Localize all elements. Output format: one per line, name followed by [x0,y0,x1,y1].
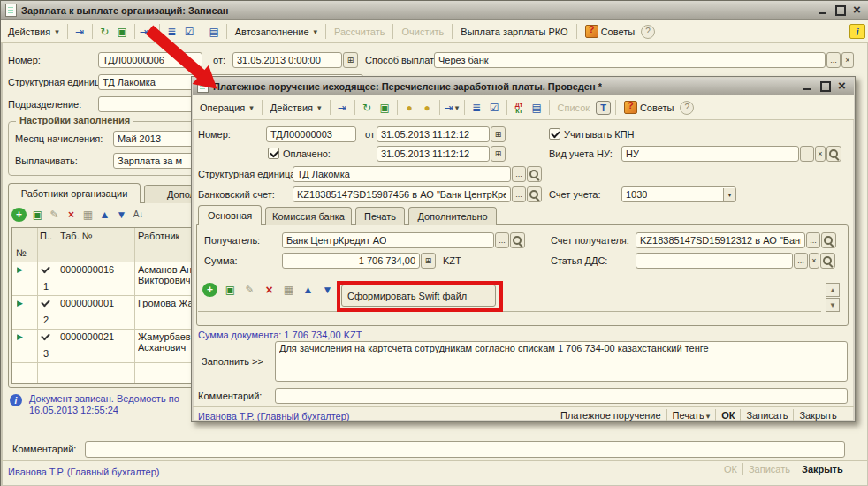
operation-menu-button[interactable]: Операция [196,101,257,115]
recipient-account-search-button[interactable] [821,232,836,248]
paid-date-field[interactable]: 31.05.2013 11:12:12 [377,146,490,162]
account-dropdown-icon[interactable] [723,188,735,201]
row-check-icon[interactable] [42,266,50,273]
close-button[interactable] [851,4,864,16]
cell-worker-1[interactable]: Громова Жа [138,298,194,308]
actions-menu-button[interactable]: Действия [267,101,325,115]
document-list-icon[interactable]: ▤ [529,101,544,115]
paid-calendar-button[interactable]: ⊞ [491,146,506,162]
tab-additional[interactable]: Дополнительно [408,207,497,225]
doc-type-button[interactable]: Платежное поручение [560,410,661,421]
dds-select-button[interactable]: ... [794,253,808,269]
recipient-select-button[interactable]: ... [495,232,509,248]
structure-icon[interactable]: ≣ [469,101,484,115]
list-edit-icon[interactable]: ✎ [242,283,257,297]
row-check-icon[interactable] [42,333,50,340]
post-menu-icon[interactable]: ⇥ [445,101,460,115]
recipient-account-select-button[interactable]: ... [806,232,820,248]
date-field[interactable]: 31.05.2013 11:12:12 [377,126,490,142]
save-payment-icon[interactable]: ● [402,101,417,115]
tab-print[interactable]: Печать [355,207,405,225]
bank-account-field[interactable]: KZ18385147SD15987456 в АО "Банк ЦентрКре [293,186,511,202]
copy-add-icon[interactable]: ▣ [377,101,392,115]
paid-checkbox[interactable] [268,148,279,159]
clear-button[interactable]: Очистить [398,25,447,39]
recipient-account-field[interactable]: KZ18385147SD15912312 в АО "Банк ЦентрКр [636,232,805,248]
document-list-icon[interactable]: ▤ [207,25,222,39]
recipient-search-button[interactable] [510,232,525,248]
minimize-button[interactable] [816,4,829,16]
nu-select-button[interactable]: ... [800,146,814,162]
pay-method-field[interactable]: Через банк [434,52,826,68]
struct-unit-field[interactable]: ТД Лакомка [293,166,511,182]
scroll-down-button[interactable]: ▼ [826,298,840,312]
minimize-button[interactable] [801,80,814,92]
scroll-up-button[interactable]: ▲ [826,283,840,297]
purpose-textarea[interactable]: Для зачисления на картсчета сотрудникам … [275,341,848,382]
calendar-button[interactable]: ⊞ [343,52,358,68]
tab-workers[interactable]: Работники организации [8,183,141,203]
pay-method-select-button[interactable]: ... [826,52,841,68]
cell-tab-no[interactable]: 0000000001 [60,298,114,308]
fg-close-button[interactable]: Закрыть [799,410,836,421]
row-check-icon[interactable] [42,300,50,307]
checklist-icon[interactable]: ☑ [182,25,197,39]
dds-search-button[interactable] [820,253,835,269]
cell-worker-2[interactable]: Асханович [138,342,186,353]
fill-button[interactable]: Заполнить >> [202,356,263,367]
reread-payment-icon[interactable]: ● [420,101,435,115]
fg-comment-field[interactable] [275,388,848,404]
help-icon[interactable]: ? [641,25,655,39]
calendar-button[interactable]: ⊞ [491,126,506,142]
cell-worker-1[interactable]: Асманов Ан [138,264,192,275]
hierarchy-toggle-button[interactable]: Т [596,101,611,115]
nu-search-button[interactable] [826,146,841,162]
row-copy-icon[interactable]: ▣ [30,208,45,222]
bg-ok-button[interactable]: ОК [724,464,737,475]
row-delete-icon[interactable]: × [64,208,79,222]
maximize-button[interactable] [819,80,832,92]
tips-button[interactable]: Советы [582,23,638,40]
nu-clear-button[interactable]: × [815,146,826,162]
list-add-icon[interactable]: + [202,283,217,297]
list-delete-icon[interactable]: × [262,283,277,297]
list-save-icon[interactable]: ▦ [281,283,296,297]
list-button[interactable]: Список [554,101,594,115]
list-move-up-icon[interactable]: ▲ [301,283,316,297]
post-document-icon[interactable]: ⇥ [72,25,88,39]
fg-save-button[interactable]: Записать [746,410,788,421]
close-button[interactable] [836,80,849,92]
row-save-icon[interactable]: ▦ [80,208,95,222]
dds-field[interactable] [636,253,793,269]
struct-unit-select-button[interactable]: ... [512,166,526,182]
pay-method-clear-button[interactable]: × [841,52,854,68]
row-sort-icon[interactable]: А↓ [131,208,146,222]
bg-save-button[interactable]: Записать [749,464,790,475]
date-field[interactable]: 31.05.2013 0:00:00 [232,52,342,68]
dt-kt-icon[interactable]: ДтКт [512,101,527,115]
row-edit-icon[interactable]: ✎ [47,208,62,222]
cell-worker-2[interactable]: Викторович [138,275,190,285]
print-menu-button[interactable]: Печать [673,410,711,421]
actions-menu-button[interactable]: Действия [4,25,63,39]
copy-add-icon[interactable]: ▣ [115,25,130,39]
refresh-icon[interactable]: ↻ [97,25,112,39]
post-document-icon[interactable]: ⇥ [335,101,350,115]
list-copy-icon[interactable]: ▣ [223,283,238,297]
bank-account-select-button[interactable]: ... [512,186,526,202]
info-panel-icon[interactable]: i [849,24,865,39]
help-icon[interactable]: ? [680,101,694,115]
nu-field[interactable]: НУ [621,146,799,162]
workers-table[interactable]: П.. Таб. № Работник № ▶ 0000000016 Асман… [11,227,213,384]
struct-unit-search-button[interactable] [527,166,542,182]
calculate-button[interactable]: Рассчитать [331,25,388,39]
tab-main[interactable]: Основная [198,205,262,225]
pay-rko-button[interactable]: Выплата зарплаты РКО [457,25,571,39]
number-field[interactable]: ТДЛ00000003 [266,126,356,142]
bg-comment-field[interactable] [85,441,845,458]
bg-close-button[interactable]: Закрыть [802,464,843,475]
tips-button[interactable]: Советы [621,99,677,116]
row-move-up-icon[interactable]: ▲ [97,208,112,222]
maximize-button[interactable] [834,4,847,16]
row-add-icon[interactable]: + [11,208,27,222]
